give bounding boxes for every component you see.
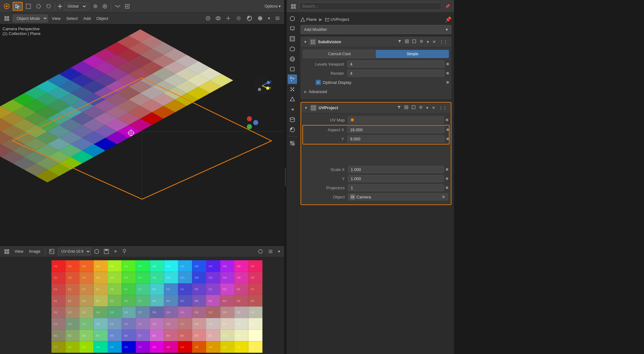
uv-close-btn[interactable]: ✕ (112, 248, 119, 255)
add-menu-btn[interactable]: Add (81, 15, 92, 22)
subdivision-filter-btn[interactable] (397, 39, 403, 45)
subdivision-close-btn[interactable]: ✕ (431, 39, 437, 45)
advanced-section-header[interactable]: ▶ Advanced (303, 87, 449, 96)
props-render-btn[interactable] (288, 14, 297, 23)
uv-shield-btn[interactable] (93, 248, 100, 255)
viewport-shading-solid-btn[interactable] (234, 15, 243, 22)
uvproject-expand-btn[interactable]: ▾ (304, 105, 308, 111)
viewport-mode-icon[interactable] (3, 15, 11, 22)
uv-image-btn[interactable]: Image (27, 248, 42, 255)
uv-editor-mode-btn[interactable] (3, 248, 11, 255)
props-physics-btn[interactable] (288, 95, 297, 104)
view-menu-btn[interactable]: View (50, 15, 63, 22)
uv-render-icon[interactable] (256, 248, 265, 255)
levels-viewport-value[interactable]: 4 (347, 61, 444, 68)
right-pin-btn[interactable]: 📌 (444, 3, 451, 9)
viewport-gizmo-icon[interactable] (224, 15, 232, 22)
subdivision-viewport-btn[interactable] (411, 39, 417, 45)
lasso-select-btn[interactable] (44, 3, 53, 10)
viewport-more-btn[interactable] (273, 15, 282, 22)
object-mode-dropdown[interactable]: Object Mode (13, 15, 48, 22)
subdivision-expand-btn[interactable]: ▾ (303, 39, 308, 45)
modifier-btn[interactable] (123, 3, 131, 10)
add-modifier-btn[interactable]: Add Modifier ▾ (301, 25, 451, 34)
viewport-shading-dropdown[interactable]: ▾ (266, 15, 271, 21)
scale-x-value[interactable]: 1.000 (348, 166, 444, 173)
object-field[interactable]: Camera ✕ (348, 193, 448, 200)
uv-dropdown-btn[interactable]: ▾ (277, 248, 282, 255)
uvproject-camera-btn[interactable] (418, 105, 424, 111)
svg-point-432 (290, 77, 292, 79)
viewport-shading-rendered-btn[interactable] (256, 15, 265, 22)
right-panel-mode-btn[interactable] (289, 3, 297, 10)
viewport-shading-material-btn[interactable] (245, 15, 254, 22)
props-material-btn[interactable] (288, 125, 297, 134)
props-world-btn[interactable] (288, 54, 297, 64)
subdivision-dots-btn[interactable]: ⋮⋮ (438, 39, 449, 45)
subdivision-camera-btn[interactable] (418, 39, 425, 45)
props-data-btn[interactable] (288, 115, 297, 124)
uvproject-filter-btn[interactable] (396, 105, 402, 111)
props-constraints-btn[interactable] (288, 105, 297, 114)
catmull-clark-btn[interactable]: Catmull-Clark (303, 50, 376, 58)
aspect-x-value[interactable]: 16.000 (347, 126, 444, 133)
props-particles-btn[interactable] (288, 85, 297, 94)
svg-rect-442 (292, 141, 295, 143)
object-close-btn[interactable]: ✕ (441, 194, 446, 199)
props-object-btn[interactable] (288, 64, 297, 74)
render-dot (446, 72, 449, 74)
props-viewlayer-btn[interactable] (288, 34, 297, 44)
props-modifier-btn[interactable] (288, 74, 297, 84)
scale-y-value[interactable]: 1.000 (348, 175, 444, 182)
search-input[interactable] (299, 2, 442, 10)
props-output-btn[interactable] (288, 24, 297, 33)
uvproject-render-btn[interactable] (403, 105, 409, 111)
svg-text:F8: F8 (152, 288, 156, 291)
uvproject-dots-btn[interactable]: ⋮⋮ (438, 105, 448, 111)
simple-btn[interactable]: Simple (376, 50, 449, 58)
viewport-overlay-icon[interactable] (214, 15, 222, 22)
svg-rect-446 (311, 40, 313, 42)
select-tool-btn[interactable] (13, 2, 23, 11)
uv-save-btn[interactable] (102, 248, 110, 255)
viewport-render-icon[interactable] (204, 15, 212, 22)
circle-select-btn[interactable] (34, 3, 43, 10)
uv-image-icon[interactable] (48, 248, 56, 255)
props-texture-btn[interactable] (288, 139, 297, 148)
snap-btn[interactable] (91, 3, 99, 10)
uv-grid-canvas[interactable]: H1 H2 H3 H4 H5 H6 H7 H8 H9 HA HB HC HD H… (0, 257, 284, 354)
viewport-canvas[interactable]: Z Y Camera Perspective (1) Collection | … (0, 24, 284, 245)
uv-map-value[interactable] (348, 116, 444, 123)
uv-view-btn[interactable]: View (13, 248, 25, 255)
projectors-row: Projectors 1 (304, 184, 448, 192)
scale-y-label: Y (304, 176, 348, 181)
svg-text:AC: AC (209, 345, 213, 349)
proportional-btn[interactable] (101, 3, 109, 10)
object-menu-btn[interactable]: Object (94, 15, 110, 22)
svg-rect-416 (1, 257, 51, 354)
blender-menu-btn[interactable] (2, 2, 11, 10)
optimal-display-checkbox[interactable]: ✓ (316, 80, 321, 85)
subdivision-dropdown-btn[interactable]: ▾ (426, 39, 430, 45)
uv-image-select[interactable]: UV-Grid-16:9 (58, 248, 91, 255)
select-menu-btn[interactable]: Select (64, 15, 80, 22)
aspect-y-row: Y 9.000 (303, 135, 449, 143)
scale-y-num: 1.000 (351, 176, 361, 181)
svg-rect-412 (234, 341, 248, 353)
uv-pin-btn[interactable] (121, 248, 128, 255)
uv-more-btn[interactable] (266, 248, 275, 255)
props-scene-btn[interactable] (288, 44, 297, 54)
uvproject-viewport-btn[interactable] (410, 105, 417, 111)
breadcrumb-pin-btn[interactable]: 📌 (445, 16, 451, 22)
aspect-y-value[interactable]: 9.000 (347, 135, 444, 142)
box-select-btn[interactable] (24, 3, 33, 10)
wave-btn[interactable] (113, 3, 122, 9)
uvproject-dropdown-btn[interactable]: ▾ (425, 105, 430, 111)
svg-point-6 (103, 4, 107, 8)
projectors-value[interactable]: 1 (348, 184, 444, 191)
transform-dropdown[interactable]: Global Local Normal (64, 3, 87, 10)
options-btn[interactable]: Options ▾ (263, 3, 282, 9)
uvproject-close-btn[interactable]: ✕ (431, 105, 437, 111)
subdivision-render-btn[interactable] (404, 39, 410, 45)
render-value[interactable]: 4 (347, 70, 444, 77)
